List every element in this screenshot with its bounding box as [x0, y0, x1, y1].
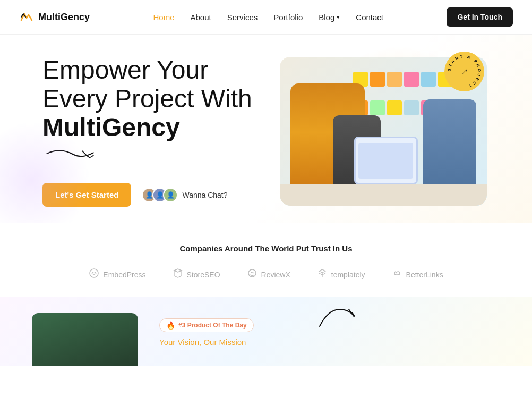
logo[interactable]: MultiGency: [19, 10, 90, 24]
templately-icon: [317, 268, 328, 281]
sticky-3: [387, 72, 402, 87]
sticky-10: [387, 100, 402, 115]
trust-logo-reviewx: ReviewX: [247, 268, 290, 281]
bottom-teaser: 🔥 #3 Product Of The Day Your Vision, Our…: [0, 297, 532, 366]
trust-logo-betterlinks: BetterLinks: [392, 268, 443, 281]
reviewx-icon: [247, 268, 258, 281]
storeseo-icon: [173, 268, 183, 281]
svg-point-1: [90, 269, 98, 277]
monitor-screen: [358, 143, 413, 179]
sticky-2: [370, 72, 385, 87]
chat-widget[interactable]: 👤 👤 👤 Wanna Chat?: [142, 188, 227, 202]
fire-icon: 🔥: [166, 321, 175, 330]
embedpress-icon: [89, 268, 99, 281]
nav-services[interactable]: Services: [227, 13, 258, 22]
get-in-touch-button[interactable]: Get In Touch: [447, 7, 513, 27]
teaser-image: [32, 313, 138, 366]
nav-links: Home About Services Portfolio Blog ▾ Con…: [153, 13, 383, 22]
sticky-11: [404, 100, 419, 115]
teaser-subtitle: Your Vision, Our Mission: [159, 337, 500, 347]
teaser-image-inner: [32, 313, 138, 366]
trust-title: Companies Around The World Put Trust In …: [32, 244, 500, 253]
chat-label: Wanna Chat?: [182, 191, 227, 199]
badge-ring-text: START A PROJECT: [444, 52, 484, 91]
nav-contact[interactable]: Contact: [356, 13, 383, 22]
chevron-down-icon: ▾: [337, 14, 340, 21]
navbar: MultiGency Home About Services Portfolio…: [0, 0, 532, 35]
sticky-5: [421, 72, 436, 87]
desk: [280, 184, 487, 206]
nav-portfolio[interactable]: Portfolio: [273, 13, 303, 22]
hero-section: Empower Your Every Project With MultiGen…: [0, 35, 532, 223]
title-underline: [42, 145, 96, 161]
svg-text:START A PROJECT: START A PROJECT: [447, 54, 482, 89]
sticky-9: [370, 100, 385, 115]
trust-logo-storeseo: StoreSEO: [173, 268, 220, 281]
trust-logo-embedpress: EmbedPress: [89, 268, 145, 281]
hero-actions: Let's Get Started 👤 👤 👤 Wanna Chat?: [42, 183, 255, 207]
hero-title: Empower Your Every Project With MultiGen…: [42, 56, 255, 141]
sticky-4: [404, 72, 419, 87]
nav-about[interactable]: About: [191, 13, 211, 22]
betterlinks-icon: [392, 268, 402, 281]
trust-logo-templately: templately: [317, 268, 365, 281]
product-badge-label: #3 Product Of The Day: [178, 322, 247, 329]
monitor: [354, 137, 418, 184]
hero-image-area: → START A PROJECT: [277, 57, 490, 206]
product-of-day-badge: 🔥 #3 Product Of The Day: [159, 318, 254, 332]
nav-blog[interactable]: Blog ▾: [319, 13, 340, 22]
trust-logos: EmbedPress StoreSEO ReviewX templately B…: [32, 268, 500, 281]
badge-circle: → START A PROJECT: [444, 52, 484, 91]
nav-home[interactable]: Home: [153, 13, 174, 22]
brand-name: MultiGency: [38, 12, 90, 23]
logo-icon: [19, 10, 34, 24]
avatar-3: 👤: [163, 188, 178, 202]
chat-avatars: 👤 👤 👤: [142, 188, 178, 202]
start-project-badge[interactable]: → START A PROJECT: [444, 52, 484, 91]
swoosh-curve: [314, 300, 357, 332]
hero-content: Empower Your Every Project With MultiGen…: [42, 56, 277, 207]
lets-get-started-button[interactable]: Let's Get Started: [42, 183, 131, 207]
trust-section: Companies Around The World Put Trust In …: [0, 223, 532, 297]
